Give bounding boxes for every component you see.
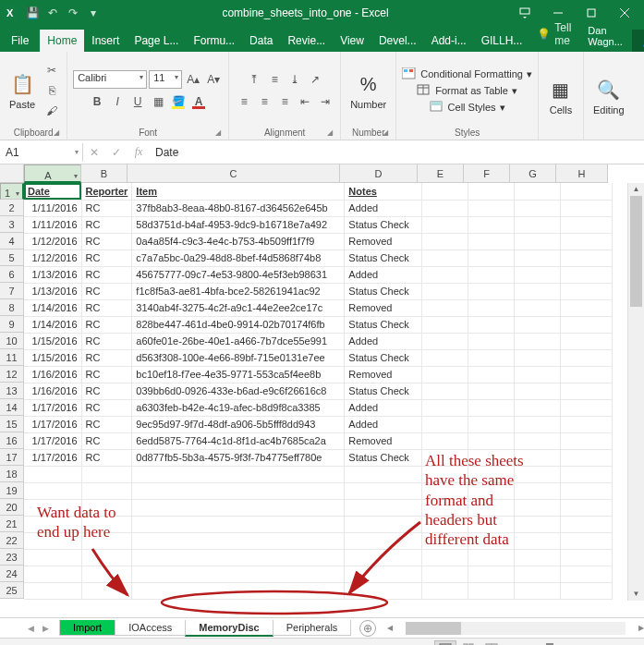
cell[interactable]: 1/15/2016 [24, 349, 81, 366]
cell[interactable]: 1/17/2016 [24, 416, 81, 432]
cell[interactable] [81, 532, 132, 549]
row-header-4[interactable]: 4 [0, 233, 24, 249]
row-header-13[interactable]: 13 [0, 383, 24, 399]
tab-custom[interactable]: GILLH... [474, 30, 530, 52]
cell[interactable] [515, 466, 561, 482]
scroll-down-icon[interactable]: ▼ [628, 588, 644, 601]
cell[interactable] [422, 266, 468, 283]
cell[interactable] [561, 482, 613, 499]
cell[interactable]: RC [81, 383, 132, 399]
cell[interactable] [81, 582, 132, 599]
sheet-tab-memorydisc[interactable]: MemoryDisc [185, 620, 273, 637]
cell[interactable] [468, 349, 515, 366]
cell[interactable] [24, 532, 81, 549]
row-header-2[interactable]: 2 [0, 200, 24, 216]
cell[interactable] [132, 499, 345, 516]
cell[interactable] [422, 200, 468, 216]
cell[interactable] [515, 549, 561, 566]
cell[interactable] [24, 566, 81, 582]
cell[interactable] [561, 416, 613, 432]
col-header-A[interactable]: A [24, 164, 81, 183]
align-center-button[interactable]: ≡ [255, 92, 273, 111]
cell[interactable] [422, 216, 468, 233]
row-header-25[interactable]: 25 [0, 582, 24, 599]
cell[interactable] [515, 416, 561, 432]
cell[interactable] [561, 333, 613, 349]
indent-decrease-button[interactable]: ⇤ [296, 92, 314, 111]
cell[interactable]: 1/17/2016 [24, 432, 81, 449]
row-header-17[interactable]: 17 [0, 449, 24, 466]
cell[interactable] [468, 266, 515, 283]
orientation-button[interactable]: ↗ [306, 70, 324, 89]
vertical-scrollbar[interactable]: ▲ ▼ [627, 183, 644, 601]
font-name-select[interactable]: Calibri [73, 70, 147, 89]
row-header-14[interactable]: 14 [0, 399, 24, 416]
cell[interactable] [515, 582, 561, 599]
cell[interactable]: Status Check [345, 283, 422, 299]
cell[interactable]: 1/14/2016 [24, 299, 81, 316]
cell[interactable] [422, 366, 468, 383]
view-page-break-button[interactable] [480, 640, 503, 646]
cell[interactable] [422, 516, 468, 532]
tab-home[interactable]: Home [40, 30, 84, 52]
cell[interactable] [132, 466, 345, 482]
cell[interactable] [515, 532, 561, 549]
sheet-tab-import[interactable]: Import [59, 620, 115, 636]
row-header-7[interactable]: 7 [0, 283, 24, 299]
cell[interactable] [561, 532, 613, 549]
tab-review[interactable]: Revie... [280, 30, 333, 52]
cell[interactable]: Status Check [345, 216, 422, 233]
cell[interactable]: RC [81, 299, 132, 316]
cell[interactable] [515, 432, 561, 449]
cell[interactable] [468, 499, 515, 516]
cell[interactable]: 0a4a85f4-c9c3-4e4c-b753-4b509ff1f7f9 [132, 233, 345, 249]
cell[interactable] [468, 299, 515, 316]
cell[interactable] [422, 283, 468, 299]
bold-button[interactable]: B [88, 92, 106, 111]
qat-customize-icon[interactable]: ▾ [85, 5, 102, 21]
border-button[interactable]: ▦ [149, 92, 167, 111]
row-header-18[interactable]: 18 [0, 466, 24, 482]
cell[interactable] [422, 349, 468, 366]
cell[interactable]: Removed [345, 366, 422, 383]
editing-button[interactable]: 🔍 Editing [589, 75, 628, 117]
cell[interactable] [422, 316, 468, 333]
cell[interactable]: a60fe01e-26be-40e1-a466-7b7dce55e991 [132, 333, 345, 349]
cell[interactable] [515, 316, 561, 333]
cell[interactable] [345, 582, 422, 599]
cell[interactable] [422, 383, 468, 399]
col-header-C[interactable]: C [128, 164, 340, 183]
row-header-3[interactable]: 3 [0, 216, 24, 233]
row-header-12[interactable]: 12 [0, 366, 24, 383]
cell[interactable] [24, 499, 81, 516]
cell[interactable]: 6edd5875-7764-4c1d-8f1d-ac4b7685ca2a [132, 432, 345, 449]
cell[interactable] [132, 516, 345, 532]
cell[interactable]: 039bb6d0-0926-433e-b6ad-e9c6f26616c8 [132, 383, 345, 399]
cell[interactable]: 1/15/2016 [24, 333, 81, 349]
column-headers[interactable]: ABCDEFGH [24, 164, 627, 183]
row-header-15[interactable]: 15 [0, 416, 24, 432]
row-header-22[interactable]: 22 [0, 532, 24, 549]
cell[interactable] [422, 183, 468, 200]
align-top-button[interactable]: ⤒ [245, 70, 263, 89]
row-header-10[interactable]: 10 [0, 333, 24, 349]
cell[interactable]: 37fb8ab3-8eaa-48b0-8167-d364562e645b [132, 200, 345, 216]
cell[interactable] [468, 482, 515, 499]
horizontal-scrollbar[interactable] [406, 622, 626, 635]
cell[interactable] [422, 249, 468, 266]
cell[interactable] [422, 449, 468, 466]
cell[interactable]: a6303feb-b42e-4c19-afec-b8d9f8ca3385 [132, 399, 345, 416]
row-header-23[interactable]: 23 [0, 549, 24, 566]
cell-styles-button[interactable]: Cell Styles ▾ [430, 100, 505, 115]
cancel-formula-button[interactable]: ✕ [83, 141, 105, 164]
cell[interactable] [422, 582, 468, 599]
cell[interactable] [422, 416, 468, 432]
cell[interactable]: Added [345, 416, 422, 432]
font-size-select[interactable]: 11 [149, 70, 182, 89]
cell[interactable] [422, 466, 468, 482]
cell[interactable] [81, 549, 132, 566]
underline-button[interactable]: U [128, 92, 147, 111]
cell[interactable] [422, 566, 468, 582]
cell[interactable]: Added [345, 266, 422, 283]
cell[interactable]: RC [81, 416, 132, 432]
